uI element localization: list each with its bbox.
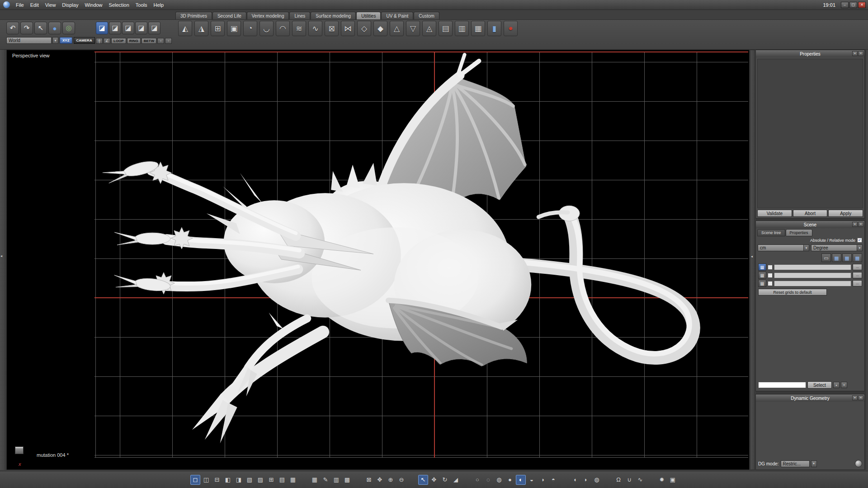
bend-tool[interactable]: ◔ xyxy=(243,21,257,36)
magnet-vertex-icon[interactable]: ∪ xyxy=(624,475,634,485)
scene-select-input[interactable] xyxy=(758,382,806,388)
grid-plane-yz-icon[interactable]: ▦ xyxy=(842,253,852,262)
show-grid-icon[interactable]: ▦ xyxy=(310,475,320,485)
rotate-tool[interactable]: ↻ xyxy=(440,475,450,485)
tab-second-life[interactable]: Second Life xyxy=(212,12,246,19)
layout-single-view[interactable]: ◻ xyxy=(190,475,200,485)
grid-row-3-field[interactable] xyxy=(774,281,851,286)
dg-sphere-icon[interactable] xyxy=(855,460,862,467)
angle-select[interactable]: Degree xyxy=(811,244,857,251)
tab-surface-modeling[interactable]: Surface modeling xyxy=(311,12,356,19)
tab-3d-primitives[interactable]: 3D Primitives xyxy=(175,12,212,19)
unit-select[interactable]: cm xyxy=(758,244,804,251)
taper-tool[interactable]: ◠ xyxy=(276,21,290,36)
two-sided-icon[interactable]: ◖ xyxy=(570,475,580,485)
layout-horizontal-split[interactable]: ▤ xyxy=(277,475,287,485)
collapse-left-arrow-icon[interactable]: ◂ xyxy=(0,254,2,258)
twist-tool[interactable]: ∿ xyxy=(308,21,322,36)
undo-icon[interactable]: ↶ xyxy=(6,22,19,34)
tab-uv-paint[interactable]: UV & Paint xyxy=(381,12,413,19)
right-panel-collapse-strip[interactable]: ◂ xyxy=(750,50,755,470)
shrink-selection-toggle[interactable]: ◦ xyxy=(165,38,172,44)
betw-button[interactable]: BETW xyxy=(142,38,157,44)
grid-row-1-grid-icon[interactable]: ▦ xyxy=(758,263,766,271)
angle-select-arrow-icon[interactable]: ▾ xyxy=(857,244,863,251)
select-faces-mode[interactable]: ◪ xyxy=(122,22,134,34)
mode-checkbox[interactable]: ✓ xyxy=(857,238,862,243)
layout-three-top[interactable]: ▧ xyxy=(245,475,255,485)
soft-selection-icon[interactable]: ∿ xyxy=(635,475,645,485)
angle-icon[interactable]: ∠ xyxy=(104,38,110,44)
tab-lines[interactable]: Lines xyxy=(289,12,310,19)
dg-close-icon[interactable]: ✕ xyxy=(858,395,863,400)
menu-edit[interactable]: Edit xyxy=(27,1,42,9)
menu-view[interactable]: View xyxy=(42,1,59,9)
scene-tab-properties[interactable]: Properties xyxy=(786,229,812,236)
flat-shading[interactable]: ◍ xyxy=(494,475,504,485)
grid-plane-xy-icon[interactable]: ▦ xyxy=(832,253,841,262)
close-button[interactable]: ✕ xyxy=(858,2,866,8)
loop-button[interactable]: LOOP xyxy=(111,38,126,44)
menu-file[interactable]: File xyxy=(13,1,27,9)
grid-row-2-grid-icon[interactable]: ▦ xyxy=(758,272,766,279)
chamfer-tool[interactable]: △ xyxy=(390,21,404,36)
xray-shading[interactable]: ◑ xyxy=(538,475,547,485)
clone-tool[interactable]: ⊞ xyxy=(211,21,225,36)
stretch-tool[interactable]: ◡ xyxy=(259,21,274,36)
layout-three-right[interactable]: ◨ xyxy=(234,475,244,485)
matcap-shading[interactable]: ◓ xyxy=(548,475,558,485)
backface-icon[interactable]: ◗ xyxy=(581,475,591,485)
menu-selection[interactable]: Selection xyxy=(106,1,132,9)
grid-row-3-more-button[interactable]: ... xyxy=(853,280,862,286)
zoom-out-icon[interactable]: ⊖ xyxy=(396,475,406,485)
snap-icon[interactable]: ┼ xyxy=(96,38,103,44)
xyz-button[interactable]: XYZ xyxy=(60,37,72,44)
collapse-right-arrow-icon[interactable]: ◂ xyxy=(751,254,753,258)
properties-collapse-icon[interactable]: ▾ xyxy=(852,51,858,56)
scene-close-icon[interactable]: ✕ xyxy=(858,222,863,227)
zoom-in-icon[interactable]: ⊕ xyxy=(386,475,396,485)
uv-sphere-tool[interactable]: ● xyxy=(504,21,518,36)
redo-icon[interactable]: ↷ xyxy=(20,22,33,34)
select-tool[interactable]: ↖ xyxy=(418,475,428,485)
reset-grids-button[interactable]: Reset grids to default xyxy=(758,289,827,296)
grid-row-2-field[interactable] xyxy=(774,272,851,278)
eraser-icon[interactable]: ▭ xyxy=(821,253,831,262)
weld-points-tool[interactable]: ⋈ xyxy=(341,21,355,36)
world-select[interactable]: World xyxy=(6,37,52,44)
layout-two-vertical[interactable]: ⊟ xyxy=(212,475,222,485)
grid-row-1-more-button[interactable]: ... xyxy=(853,264,862,270)
layout-three-left[interactable]: ◧ xyxy=(223,475,233,485)
light-icon[interactable]: ✹ xyxy=(657,475,667,485)
ring-button[interactable]: RING xyxy=(127,38,141,44)
maximize-button[interactable]: ▢ xyxy=(849,2,857,8)
menu-help[interactable]: Help xyxy=(151,1,167,9)
grid-row-1-checkbox[interactable] xyxy=(768,265,773,270)
textured-shading[interactable]: ◐ xyxy=(516,475,526,485)
grid-row-1-field[interactable] xyxy=(774,264,851,270)
scene-tab-scene-tree[interactable]: Scene tree xyxy=(757,229,785,236)
render-icon[interactable]: ▣ xyxy=(668,475,678,485)
grid-row-2-checkbox[interactable] xyxy=(768,273,773,278)
grid-row-2-more-button[interactable]: ... xyxy=(853,272,862,278)
spin-down-button[interactable]: ▾ xyxy=(841,382,847,388)
texture-view-icon[interactable]: ▩ xyxy=(342,475,352,485)
transparent-shading[interactable]: ◒ xyxy=(527,475,537,485)
mirror-tool[interactable]: ◮ xyxy=(194,21,208,36)
smooth-tool[interactable]: ▦ xyxy=(471,21,485,36)
move-tool[interactable]: ✥ xyxy=(429,475,439,485)
copy-on-support-tool[interactable]: ▣ xyxy=(227,21,241,36)
validate-button[interactable]: Validate xyxy=(757,210,792,217)
fit-view-icon[interactable]: ⊠ xyxy=(364,475,374,485)
scale-tool[interactable]: ◢ xyxy=(451,475,461,485)
target-weld-tool[interactable]: ◇ xyxy=(357,21,371,36)
unit-select-arrow-icon[interactable]: ▾ xyxy=(803,244,809,251)
grid-row-3-checkbox[interactable] xyxy=(768,281,773,286)
pan-view-icon[interactable]: ✥ xyxy=(375,475,385,485)
orientation-cube-icon[interactable] xyxy=(15,446,24,454)
select-points-mode[interactable]: ◪ xyxy=(96,22,108,34)
vertex-normals-icon[interactable]: ◍ xyxy=(592,475,602,485)
scene-collapse-icon[interactable]: ▾ xyxy=(852,222,858,227)
tab-utilities[interactable]: Utilities xyxy=(356,12,381,19)
properties-close-icon[interactable]: ✕ xyxy=(858,51,863,56)
